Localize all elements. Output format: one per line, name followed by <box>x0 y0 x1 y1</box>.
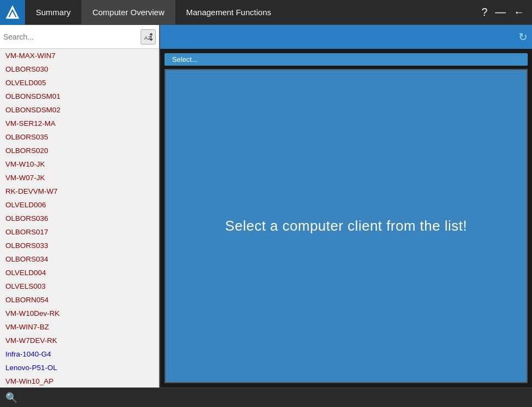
sort-button[interactable]: AZ <box>141 29 156 44</box>
search-bar: AZ <box>0 25 159 49</box>
list-item[interactable]: VM-W10-JK <box>0 157 159 171</box>
bottom-search-icon[interactable]: 🔍 <box>5 392 17 404</box>
list-item[interactable]: VM-W07-JK <box>0 171 159 185</box>
minimize-icon[interactable]: — <box>495 6 506 18</box>
list-item[interactable]: OLBORS017 <box>0 225 159 239</box>
nav-item-summary[interactable]: Summary <box>25 0 81 24</box>
list-item[interactable]: OLBORS020 <box>0 144 159 157</box>
main-content: AZ VM-MAX-WIN7OLBORS030OLVELD005OLBONSDS… <box>0 25 532 387</box>
bottombar: 🔍 <box>0 387 532 407</box>
list-item[interactable]: VM-WIN7-BZ <box>0 320 159 334</box>
list-item[interactable]: Lenovo-P51-OL <box>0 361 159 374</box>
nav-items: Summary Computer Overview Management Fun… <box>25 0 482 24</box>
left-panel: AZ VM-MAX-WIN7OLBORS030OLVELD005OLBONSDS… <box>0 25 160 387</box>
content-area: Select... Select a computer client from … <box>160 49 532 387</box>
select-tab[interactable]: Select... <box>164 53 528 66</box>
list-item[interactable]: VM-MAX-WIN7 <box>0 49 159 62</box>
list-item[interactable]: OLBORS036 <box>0 212 159 225</box>
list-item[interactable]: OLBORS034 <box>0 252 159 266</box>
nav-right: ? — ← <box>482 6 532 18</box>
blue-display: Select a computer client from the list! <box>164 69 528 383</box>
list-item[interactable]: RK-DEVVM-W7 <box>0 185 159 198</box>
nav-item-management-functions[interactable]: Management Functions <box>175 0 282 24</box>
list-item[interactable]: VM-Win10_AP <box>0 374 159 387</box>
list-item[interactable]: OLBONSDSM02 <box>0 103 159 117</box>
list-item[interactable]: VM-W7DEV-RK <box>0 334 159 347</box>
list-item[interactable]: OLBORN054 <box>0 293 159 307</box>
list-item[interactable]: OLVELD005 <box>0 76 159 90</box>
computer-list: VM-MAX-WIN7OLBORS030OLVELD005OLBONSDSM01… <box>0 49 159 387</box>
list-item[interactable]: VM-SER12-MA <box>0 117 159 130</box>
list-item[interactable]: OLBONSDSM01 <box>0 90 159 103</box>
list-item[interactable]: OLBORS030 <box>0 62 159 76</box>
list-item[interactable]: OLBORS035 <box>0 130 159 144</box>
list-item[interactable]: OLVELD006 <box>0 198 159 212</box>
topbar: Summary Computer Overview Management Fun… <box>0 0 532 25</box>
list-item[interactable]: OLVELD004 <box>0 266 159 279</box>
list-item[interactable]: OLBORS033 <box>0 239 159 252</box>
prompt-text: Select a computer client from the list! <box>225 218 467 234</box>
close-icon[interactable]: ← <box>514 6 524 18</box>
nav-item-computer-overview[interactable]: Computer Overview <box>81 0 175 24</box>
refresh-icon[interactable]: ↻ <box>518 30 528 43</box>
search-input[interactable] <box>3 33 141 41</box>
right-top-bar: ↻ <box>160 25 532 49</box>
list-item[interactable]: Infra-1040-G4 <box>0 347 159 361</box>
help-icon[interactable]: ? <box>482 6 487 18</box>
app-logo <box>0 0 25 25</box>
list-item[interactable]: OLVELS003 <box>0 279 159 293</box>
list-item[interactable]: VM-W10Dev-RK <box>0 307 159 320</box>
right-panel: ↻ Select... Select a computer client fro… <box>160 25 532 387</box>
